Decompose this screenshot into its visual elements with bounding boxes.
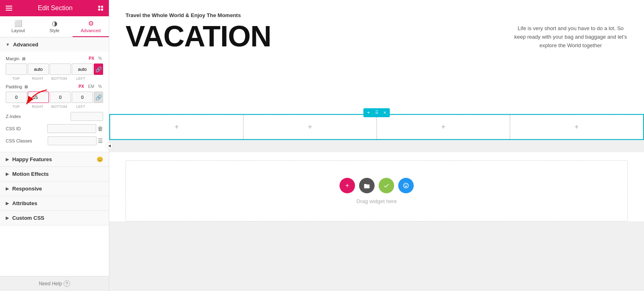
tab-layout[interactable]: ⬜ Layout bbox=[0, 16, 36, 37]
widget-check-btn[interactable] bbox=[379, 178, 394, 193]
col-drop-1[interactable]: + bbox=[110, 115, 243, 139]
padding-link-btn[interactable]: 🔗 bbox=[94, 92, 103, 103]
custom-css-section: ▶ Custom CSS bbox=[0, 211, 109, 225]
padding-monitor-icon: 🖥 bbox=[24, 84, 28, 89]
advanced-label: Advanced bbox=[13, 42, 38, 48]
toolbar-move-btn[interactable]: ⠿ bbox=[374, 109, 380, 116]
col-drop-3[interactable]: + bbox=[377, 115, 510, 139]
custom-css-label: Custom CSS bbox=[12, 215, 44, 221]
advanced-section: ▼ Advanced Margin 🖥 PX % bbox=[0, 37, 109, 152]
col-drop-4[interactable]: + bbox=[510, 115, 643, 139]
margin-unit-percent[interactable]: % bbox=[97, 56, 103, 61]
margin-top-label: TOP bbox=[6, 77, 26, 81]
margin-right-input[interactable] bbox=[28, 63, 49, 75]
padding-unit-percent[interactable]: % bbox=[97, 84, 103, 89]
margin-bottom-input[interactable] bbox=[50, 63, 71, 75]
css-classes-list-icon[interactable]: ☰ bbox=[98, 138, 103, 144]
margin-unit-px[interactable]: PX bbox=[88, 56, 95, 61]
col-add-btn-2[interactable]: + bbox=[308, 123, 312, 131]
sidebar-tabs: ⬜ Layout ◑ Style ⚙ Advanced bbox=[0, 16, 109, 37]
col-add-btn-4[interactable]: + bbox=[574, 123, 579, 131]
margin-top-input[interactable] bbox=[6, 63, 27, 75]
help-icon[interactable]: ? bbox=[64, 280, 70, 287]
padding-right-label: RIGHT bbox=[27, 105, 48, 109]
responsive-header[interactable]: ▶ Responsive bbox=[0, 182, 109, 196]
margin-link-btn[interactable]: 🔗 bbox=[94, 63, 103, 75]
sidebar-title: Edit Section bbox=[38, 4, 73, 12]
toolbar-add-btn[interactable]: + bbox=[366, 109, 371, 116]
sidebar-header: Edit Section bbox=[0, 0, 109, 16]
advanced-content: Margin 🖥 PX % 🔗 TOP bbox=[0, 52, 109, 152]
section-toolbar: + ⠿ × bbox=[363, 108, 390, 117]
col-add-btn-1[interactable]: + bbox=[174, 123, 179, 131]
padding-bottom-input[interactable] bbox=[50, 92, 71, 103]
tab-advanced-label: Advanced bbox=[81, 28, 101, 33]
padding-top-label: TOP bbox=[6, 105, 26, 109]
widget-area: + Drag widget here bbox=[126, 160, 628, 221]
css-id-label: CSS ID bbox=[6, 126, 21, 131]
padding-inputs: 🔗 bbox=[6, 92, 103, 103]
happy-features-header[interactable]: ▶ Happy Features 😊 bbox=[0, 152, 109, 166]
tab-style-label: Style bbox=[49, 28, 59, 33]
widget-folder-btn[interactable] bbox=[359, 178, 375, 193]
widget-icons: + bbox=[340, 178, 414, 193]
attributes-header[interactable]: ▶ Attributes bbox=[0, 196, 109, 210]
happy-features-label: Happy Features bbox=[12, 156, 52, 162]
margin-row: Margin 🖥 PX % bbox=[6, 56, 103, 61]
widget-add-btn[interactable]: + bbox=[340, 178, 355, 193]
toolbar-delete-btn[interactable]: × bbox=[382, 109, 388, 116]
tab-layout-label: Layout bbox=[11, 28, 25, 33]
tab-advanced[interactable]: ⚙ Advanced bbox=[73, 16, 109, 37]
custom-css-chevron: ▶ bbox=[6, 216, 9, 220]
monitor-icon: 🖥 bbox=[21, 56, 26, 61]
happy-features-chevron: ▶ bbox=[6, 157, 9, 162]
padding-right-input[interactable] bbox=[28, 92, 49, 103]
responsive-label: Responsive bbox=[12, 186, 42, 192]
advanced-header[interactable]: ▼ Advanced bbox=[0, 37, 109, 52]
margin-units: PX % bbox=[88, 56, 103, 61]
z-index-input[interactable] bbox=[71, 112, 103, 121]
attributes-label: Attributes bbox=[12, 200, 37, 206]
padding-unit-px[interactable]: PX bbox=[77, 84, 85, 89]
margin-left-input[interactable] bbox=[72, 63, 93, 75]
vacation-title: VACATION bbox=[126, 22, 497, 51]
gear-icon: ⚙ bbox=[88, 20, 94, 27]
main-canvas: Travel the Whole World & Enjoy The Momen… bbox=[109, 0, 644, 291]
widget-smiley-btn[interactable] bbox=[398, 178, 414, 193]
sidebar-footer: Need Help ? bbox=[0, 276, 109, 291]
css-id-delete-icon[interactable]: 🗑 bbox=[97, 125, 103, 132]
css-classes-row: CSS Classes ☰ bbox=[6, 136, 103, 145]
happy-features-section: ▶ Happy Features 😊 bbox=[0, 152, 109, 167]
padding-input-labels: TOP RIGHT BOTTOM LEFT bbox=[6, 105, 103, 109]
tab-style[interactable]: ◑ Style bbox=[36, 16, 73, 37]
attributes-section: ▶ Attributes bbox=[0, 196, 109, 211]
sidebar: Edit Section ⬜ Layout ◑ Style ⚙ Advanced… bbox=[0, 0, 109, 291]
custom-css-header[interactable]: ▶ Custom CSS bbox=[0, 211, 109, 225]
drag-widget-text: Drag widget here bbox=[357, 198, 397, 204]
css-id-input[interactable] bbox=[47, 124, 96, 133]
motion-effects-header[interactable]: ▶ Motion Effects bbox=[0, 167, 109, 181]
padding-unit-em[interactable]: EM bbox=[87, 84, 95, 89]
vacation-description: Life is very short and you have to do a … bbox=[514, 12, 628, 50]
highlighted-section-row: + ⠿ × + + + + bbox=[109, 114, 644, 140]
motion-effects-section: ▶ Motion Effects bbox=[0, 167, 109, 182]
sidebar-content: ▼ Advanced Margin 🖥 PX % bbox=[0, 37, 109, 291]
css-classes-input[interactable] bbox=[48, 136, 97, 145]
col-add-btn-3[interactable]: + bbox=[441, 123, 446, 131]
panel-collapse-btn[interactable]: ◀ bbox=[106, 142, 113, 149]
col-drop-2[interactable]: + bbox=[243, 115, 377, 139]
padding-left-label: LEFT bbox=[71, 105, 91, 109]
motion-effects-label: Motion Effects bbox=[12, 171, 49, 177]
vacation-section: Travel the Whole World & Enjoy The Momen… bbox=[109, 0, 644, 114]
responsive-chevron: ▶ bbox=[6, 186, 9, 191]
canvas-spacer bbox=[109, 140, 644, 152]
hamburger-icon[interactable] bbox=[6, 6, 12, 11]
padding-left-input[interactable] bbox=[72, 92, 93, 103]
padding-top-input[interactable] bbox=[6, 92, 27, 103]
canvas-content: Travel the Whole World & Enjoy The Momen… bbox=[109, 0, 644, 221]
vacation-text-left: Travel the Whole World & Enjoy The Momen… bbox=[126, 12, 497, 51]
attributes-chevron: ▶ bbox=[6, 201, 9, 206]
margin-inputs: 🔗 bbox=[6, 63, 103, 75]
columns-row: + + + + bbox=[110, 115, 643, 139]
grid-icon[interactable] bbox=[98, 6, 103, 11]
